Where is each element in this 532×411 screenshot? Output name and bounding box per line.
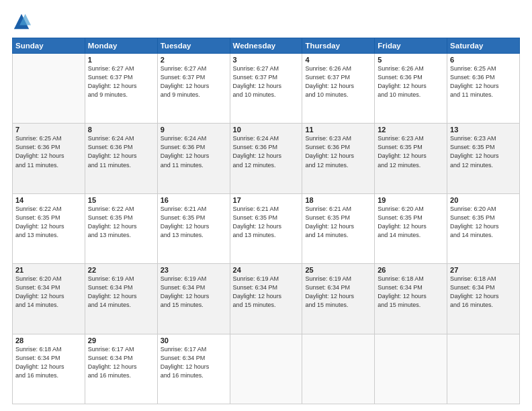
day-number: 18 [305,196,371,204]
logo [12,12,34,31]
logo-icon [12,12,31,31]
day-detail: Sunrise: 6:21 AMSunset: 6:35 PMDaylight:… [161,205,227,240]
day-detail: Sunrise: 6:26 AMSunset: 6:36 PMDaylight:… [378,64,444,99]
day-number: 8 [88,126,154,134]
calendar-day-cell: 29Sunrise: 6:17 AMSunset: 6:34 PMDayligh… [85,334,157,404]
day-number: 20 [450,196,517,204]
day-number: 28 [15,336,82,345]
calendar-header-thursday: Thursday [302,38,375,54]
calendar-day-cell: 27Sunrise: 6:18 AMSunset: 6:34 PMDayligh… [447,264,520,334]
day-detail: Sunrise: 6:19 AMSunset: 6:34 PMDaylight:… [233,275,300,310]
calendar-day-cell: 2Sunrise: 6:27 AMSunset: 6:37 PMDaylight… [157,54,230,124]
calendar-week-row: 28Sunrise: 6:18 AMSunset: 6:34 PMDayligh… [13,334,520,404]
day-number: 10 [233,126,300,134]
day-number: 21 [15,266,82,274]
day-detail: Sunrise: 6:24 AMSunset: 6:36 PMDaylight:… [233,134,300,169]
day-detail: Sunrise: 6:19 AMSunset: 6:34 PMDaylight:… [305,275,371,310]
day-number: 11 [305,126,371,134]
calendar-week-row: 7Sunrise: 6:25 AMSunset: 6:36 PMDaylight… [13,124,520,193]
day-detail: Sunrise: 6:25 AMSunset: 6:36 PMDaylight:… [450,64,517,99]
day-number: 25 [305,266,371,274]
calendar-header-wednesday: Wednesday [230,38,302,54]
calendar-day-cell: 11Sunrise: 6:23 AMSunset: 6:36 PMDayligh… [302,124,375,193]
calendar-week-row: 14Sunrise: 6:22 AMSunset: 6:35 PMDayligh… [13,193,520,263]
day-number: 16 [161,196,227,204]
calendar-day-cell: 30Sunrise: 6:17 AMSunset: 6:34 PMDayligh… [157,334,230,404]
calendar-day-cell: 7Sunrise: 6:25 AMSunset: 6:36 PMDaylight… [13,124,85,193]
day-number: 1 [88,56,154,64]
day-number: 5 [378,56,444,64]
calendar-day-cell: 18Sunrise: 6:21 AMSunset: 6:35 PMDayligh… [302,193,375,263]
calendar-day-cell [230,334,302,404]
day-detail: Sunrise: 6:20 AMSunset: 6:35 PMDaylight:… [378,205,444,240]
day-detail: Sunrise: 6:25 AMSunset: 6:36 PMDaylight:… [15,134,82,169]
day-number: 26 [378,266,444,274]
day-detail: Sunrise: 6:20 AMSunset: 6:35 PMDaylight:… [450,205,517,240]
calendar-day-cell: 17Sunrise: 6:21 AMSunset: 6:35 PMDayligh… [230,193,302,263]
calendar-day-cell: 25Sunrise: 6:19 AMSunset: 6:34 PMDayligh… [302,264,375,334]
calendar-week-row: 1Sunrise: 6:27 AMSunset: 6:37 PMDaylight… [13,54,520,124]
day-detail: Sunrise: 6:18 AMSunset: 6:34 PMDaylight:… [378,275,444,310]
day-number: 12 [378,126,444,134]
day-detail: Sunrise: 6:24 AMSunset: 6:36 PMDaylight:… [88,134,154,169]
day-number: 17 [233,196,300,204]
day-detail: Sunrise: 6:27 AMSunset: 6:37 PMDaylight:… [88,64,154,99]
calendar-day-cell: 9Sunrise: 6:24 AMSunset: 6:36 PMDaylight… [157,124,230,193]
calendar-day-cell: 24Sunrise: 6:19 AMSunset: 6:34 PMDayligh… [230,264,302,334]
day-detail: Sunrise: 6:26 AMSunset: 6:37 PMDaylight:… [305,64,371,99]
calendar-table: SundayMondayTuesdayWednesdayThursdayFrid… [12,38,520,404]
calendar-day-cell: 1Sunrise: 6:27 AMSunset: 6:37 PMDaylight… [85,54,157,124]
calendar-week-row: 21Sunrise: 6:20 AMSunset: 6:34 PMDayligh… [13,264,520,334]
day-detail: Sunrise: 6:23 AMSunset: 6:35 PMDaylight:… [378,134,444,169]
day-detail: Sunrise: 6:23 AMSunset: 6:36 PMDaylight:… [305,134,371,169]
day-number: 6 [450,56,517,64]
calendar-day-cell: 12Sunrise: 6:23 AMSunset: 6:35 PMDayligh… [375,124,447,193]
calendar-header-row: SundayMondayTuesdayWednesdayThursdayFrid… [13,38,520,54]
day-detail: Sunrise: 6:27 AMSunset: 6:37 PMDaylight:… [161,64,227,99]
day-number: 2 [161,56,227,64]
calendar-day-cell: 5Sunrise: 6:26 AMSunset: 6:36 PMDaylight… [375,54,447,124]
calendar-day-cell [447,334,520,404]
day-number: 15 [88,196,154,204]
day-number: 24 [233,266,300,274]
day-detail: Sunrise: 6:24 AMSunset: 6:36 PMDaylight:… [161,134,227,169]
calendar-header-saturday: Saturday [447,38,520,54]
calendar-day-cell: 6Sunrise: 6:25 AMSunset: 6:36 PMDaylight… [447,54,520,124]
calendar-day-cell: 20Sunrise: 6:20 AMSunset: 6:35 PMDayligh… [447,193,520,263]
calendar-day-cell: 8Sunrise: 6:24 AMSunset: 6:36 PMDaylight… [85,124,157,193]
day-detail: Sunrise: 6:23 AMSunset: 6:35 PMDaylight:… [450,134,517,169]
calendar-day-cell: 23Sunrise: 6:19 AMSunset: 6:34 PMDayligh… [157,264,230,334]
day-number: 7 [15,126,82,134]
day-detail: Sunrise: 6:18 AMSunset: 6:34 PMDaylight:… [450,275,517,310]
page: SundayMondayTuesdayWednesdayThursdayFrid… [0,0,532,411]
calendar-day-cell: 22Sunrise: 6:19 AMSunset: 6:34 PMDayligh… [85,264,157,334]
calendar-day-cell: 16Sunrise: 6:21 AMSunset: 6:35 PMDayligh… [157,193,230,263]
calendar-day-cell [302,334,375,404]
day-number: 19 [378,196,444,204]
day-detail: Sunrise: 6:17 AMSunset: 6:34 PMDaylight:… [88,345,154,380]
calendar-header-tuesday: Tuesday [157,38,230,54]
calendar-day-cell: 26Sunrise: 6:18 AMSunset: 6:34 PMDayligh… [375,264,447,334]
calendar-day-cell: 10Sunrise: 6:24 AMSunset: 6:36 PMDayligh… [230,124,302,193]
day-detail: Sunrise: 6:27 AMSunset: 6:37 PMDaylight:… [233,64,300,99]
calendar-day-cell: 14Sunrise: 6:22 AMSunset: 6:35 PMDayligh… [13,193,85,263]
day-detail: Sunrise: 6:21 AMSunset: 6:35 PMDaylight:… [305,205,371,240]
day-number: 3 [233,56,300,64]
day-number: 14 [15,196,82,204]
calendar-day-cell: 21Sunrise: 6:20 AMSunset: 6:34 PMDayligh… [13,264,85,334]
day-detail: Sunrise: 6:20 AMSunset: 6:34 PMDaylight:… [15,275,82,310]
day-number: 22 [88,266,154,274]
day-number: 4 [305,56,371,64]
calendar-day-cell: 13Sunrise: 6:23 AMSunset: 6:35 PMDayligh… [447,124,520,193]
day-detail: Sunrise: 6:17 AMSunset: 6:34 PMDaylight:… [161,345,227,380]
day-detail: Sunrise: 6:19 AMSunset: 6:34 PMDaylight:… [161,275,227,310]
day-detail: Sunrise: 6:22 AMSunset: 6:35 PMDaylight:… [15,205,82,240]
header [12,12,520,31]
calendar-day-cell: 4Sunrise: 6:26 AMSunset: 6:37 PMDaylight… [302,54,375,124]
day-number: 30 [161,336,227,345]
day-detail: Sunrise: 6:21 AMSunset: 6:35 PMDaylight:… [233,205,300,240]
calendar-header-friday: Friday [375,38,447,54]
calendar-header-monday: Monday [85,38,157,54]
day-number: 23 [161,266,227,274]
calendar-day-cell: 15Sunrise: 6:22 AMSunset: 6:35 PMDayligh… [85,193,157,263]
